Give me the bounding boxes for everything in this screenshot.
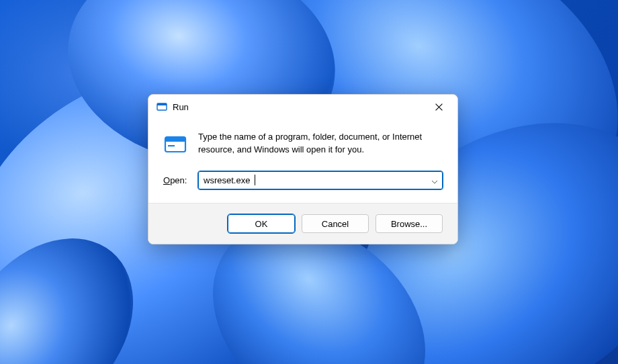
svg-rect-6 — [168, 145, 175, 146]
dialog-title: Run — [173, 102, 189, 112]
open-combobox[interactable] — [198, 171, 443, 189]
close-button[interactable] — [424, 97, 453, 117]
close-icon — [435, 103, 443, 111]
ok-button[interactable]: OK — [228, 214, 295, 233]
text-caret — [255, 175, 255, 185]
button-bar: OK Cancel Browse... — [148, 203, 457, 244]
open-input[interactable] — [198, 171, 443, 189]
titlebar[interactable]: Run — [148, 95, 457, 119]
browse-button[interactable]: Browse... — [376, 214, 443, 233]
run-app-icon — [163, 132, 187, 156]
svg-rect-1 — [157, 103, 167, 105]
dialog-description: Type the name of a program, folder, docu… — [198, 131, 443, 156]
cancel-button[interactable]: Cancel — [302, 214, 369, 233]
run-dialog: Run Type the name of a program, folder, … — [148, 94, 458, 244]
run-app-icon — [157, 101, 167, 112]
open-label: Open: — [163, 175, 190, 185]
svg-rect-5 — [165, 137, 185, 142]
